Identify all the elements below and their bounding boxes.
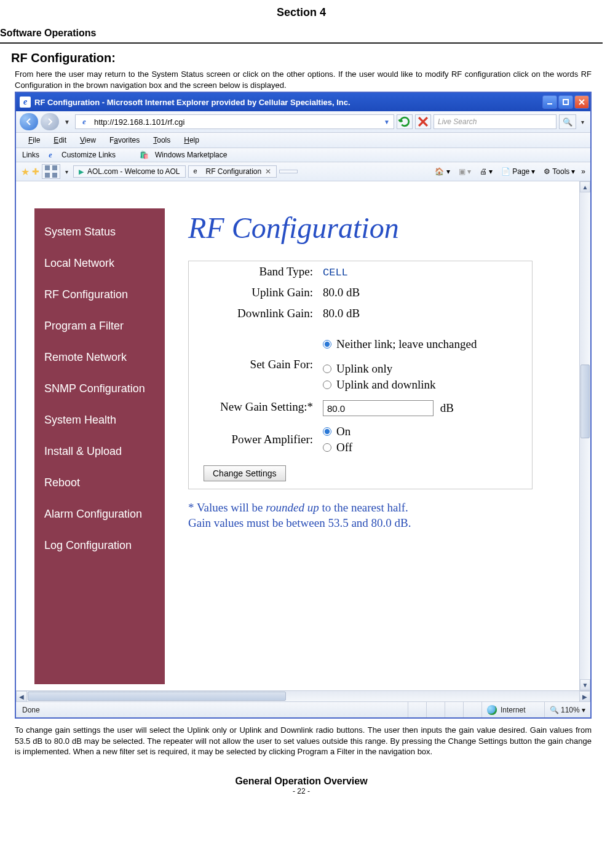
new-gain-unit: dB [440, 401, 454, 414]
sidebar-item-log-config[interactable]: Log Configuration [43, 533, 156, 558]
radio-neither-input[interactable] [323, 340, 331, 349]
radio-uplink-input[interactable] [323, 365, 331, 373]
radio-pa-on-input[interactable] [323, 427, 331, 436]
minimize-button[interactable] [542, 95, 557, 109]
radio-pa-off-input[interactable] [323, 443, 331, 452]
horizontal-scrollbar[interactable]: ◀ ▶ [16, 690, 590, 701]
feeds-button[interactable]: ▣ ▾ [456, 166, 473, 177]
close-button[interactable] [574, 95, 589, 109]
nav-toolbar: ▼ e ▼ Live Search 🔍 ▾ [16, 111, 590, 133]
refresh-button[interactable] [397, 114, 413, 129]
status-text: Done [16, 706, 46, 714]
sidebar-item-install-upload[interactable]: Install & Upload [43, 439, 156, 464]
sidebar-item-system-status[interactable]: System Status [43, 219, 156, 245]
new-gain-input[interactable] [323, 400, 434, 416]
radio-both-input[interactable] [323, 381, 331, 389]
security-zone[interactable]: Internet [481, 702, 544, 717]
radio-pa-off[interactable]: Off [323, 440, 527, 456]
sidebar-item-remote-network[interactable]: Remote Network [43, 345, 156, 370]
tab-list-dropdown[interactable]: ▾ [63, 168, 71, 175]
scroll-right-icon[interactable]: ▶ [579, 691, 590, 702]
downlink-gain-label: Downlink Gain: [189, 303, 318, 324]
search-dropdown[interactable]: ▾ [579, 119, 587, 125]
marketplace-icon: 🛍️ [139, 150, 149, 160]
page-title: Software Operations [0, 28, 603, 39]
band-type-label: Band Type: [189, 261, 318, 282]
scroll-thumb[interactable] [580, 365, 590, 438]
zone-label: Internet [501, 706, 526, 714]
search-go-button[interactable]: 🔍 [559, 114, 576, 129]
stop-button[interactable] [415, 114, 431, 129]
menu-tools[interactable]: Tools [147, 135, 176, 146]
scroll-down-icon[interactable]: ▼ [580, 679, 590, 690]
hscroll-thumb[interactable] [28, 692, 286, 701]
vertical-scrollbar[interactable]: ▲ ▼ [579, 181, 590, 690]
radio-pa-on[interactable]: On [323, 424, 527, 440]
band-type-value: CELL [323, 267, 348, 278]
search-box[interactable]: Live Search [434, 114, 557, 129]
url-input[interactable] [93, 117, 380, 127]
sidebar-item-snmp-config[interactable]: SNMP Configuration [43, 376, 156, 401]
tab-aol[interactable]: ▶ AOL.com - Welcome to AOL [73, 165, 186, 178]
address-dropdown-icon[interactable]: ▼ [384, 119, 390, 125]
zoom-control[interactable]: 🔍 110% ▾ [544, 702, 590, 717]
sidebar-item-alarm-config[interactable]: Alarm Configuration [43, 502, 156, 527]
sidebar-item-local-network[interactable]: Local Network [43, 251, 156, 276]
page-menu[interactable]: 📄 Page ▾ [499, 166, 537, 177]
menu-favorites[interactable]: Favorites [103, 135, 146, 146]
footnote-line-1: * Values will be rounded up to the neare… [188, 500, 567, 516]
svg-rect-4 [52, 173, 57, 178]
scroll-left-icon[interactable]: ◀ [16, 691, 27, 702]
print-button[interactable]: 🖨 ▾ [477, 166, 495, 177]
search-placeholder: Live Search [438, 117, 477, 126]
link-marketplace[interactable]: Windows Marketplace [155, 151, 227, 159]
radio-neither-link[interactable]: Neither link; leave unchanged [323, 336, 527, 352]
scroll-up-icon[interactable]: ▲ [580, 181, 590, 192]
page-menu-label: Page [512, 167, 529, 176]
links-bar: Links e Customize Links 🛍️ Windows Marke… [16, 148, 590, 162]
link-customize[interactable]: Customize Links [61, 151, 116, 159]
sidebar-nav: System Status Local Network RF Configura… [34, 208, 165, 684]
sidebar-item-program-filter[interactable]: Program a Filter [43, 314, 156, 339]
new-tab-button[interactable] [279, 170, 298, 173]
page-icon: e [79, 117, 89, 127]
page-heading: RF Configuration [188, 211, 567, 245]
sidebar-item-rf-configuration[interactable]: RF Configuration [43, 282, 156, 307]
sidebar-item-reboot[interactable]: Reboot [43, 470, 156, 495]
favorites-star-icon[interactable]: ★ [21, 166, 30, 178]
zoom-value: 110% [561, 706, 580, 714]
radio-neither-label: Neither link; leave unchanged [336, 337, 477, 351]
globe-icon [487, 705, 497, 715]
tools-menu[interactable]: ⚙ Tools ▾ [541, 166, 577, 177]
menu-edit[interactable]: Edit [47, 135, 73, 146]
tab-bar: ★ ✚ ▾ ▶ AOL.com - Welcome to AOL e RF Co… [16, 162, 590, 181]
add-favorite-icon[interactable]: ✚ [32, 167, 39, 176]
tab-rfconfig[interactable]: e RF Configuration ✕ [188, 165, 277, 178]
config-form: Band Type: CELL Uplink Gain: 80.0 dB Dow… [188, 261, 533, 489]
menu-file[interactable]: File [22, 135, 46, 146]
back-button[interactable] [20, 113, 38, 130]
sidebar-item-system-health[interactable]: System Health [43, 408, 156, 433]
menu-view[interactable]: View [74, 135, 102, 146]
forward-button[interactable] [41, 113, 59, 130]
links-label: Links [22, 151, 39, 159]
change-settings-button[interactable]: Change Settings [204, 465, 286, 481]
set-gain-for-label: Set Gain For: [189, 333, 318, 397]
ie-icon: e [46, 150, 55, 160]
quick-tabs-button[interactable] [42, 164, 60, 179]
titlebar: e RF Configuration - Microsoft Internet … [16, 93, 590, 111]
radio-pa-off-label: Off [336, 441, 352, 454]
home-button[interactable]: 🏠 ▾ [432, 166, 452, 177]
nav-history-dropdown[interactable]: ▼ [61, 119, 73, 125]
toolbar-overflow-icon[interactable]: » [581, 167, 585, 176]
window-title: RF Configuration - Microsoft Internet Ex… [34, 98, 351, 107]
menu-help[interactable]: Help [178, 135, 205, 146]
maximize-button[interactable] [558, 95, 573, 109]
tab-close-icon[interactable]: ✕ [265, 167, 271, 176]
radio-pa-on-label: On [336, 425, 351, 438]
radio-both-label: Uplink and downlink [336, 378, 436, 392]
radio-uplink-downlink[interactable]: Uplink and downlink [323, 377, 527, 393]
address-bar[interactable]: e ▼ [75, 114, 394, 129]
radio-uplink-only[interactable]: Uplink only [323, 361, 527, 377]
uplink-gain-value: 80.0 dB [318, 282, 532, 303]
